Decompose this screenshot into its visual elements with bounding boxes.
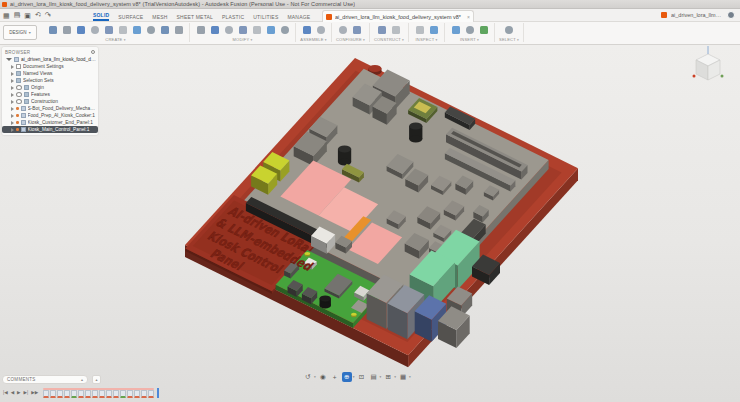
expand-icon[interactable]: [11, 65, 14, 69]
model-scene[interactable]: AI-driven LoRa & LLM-embedded Kiosk Cont…: [0, 45, 740, 402]
ribbon-group-label[interactable]: ASSEMBLE ▾: [300, 37, 326, 42]
ribbon-tool-icon[interactable]: [74, 23, 87, 36]
ribbon-tool-icon[interactable]: [413, 23, 426, 36]
comments-bar[interactable]: COMMENTS ▴: [2, 375, 88, 384]
job-status-icon[interactable]: [661, 12, 667, 18]
browser-root-row[interactable]: ai_driven_lora_llm_kiosk_food_delivery_s…: [2, 56, 98, 63]
timeline-feature-icon[interactable]: [78, 390, 84, 398]
ribbon-group-label[interactable]: INSPECT ▾: [416, 37, 438, 42]
ribbon-tool-icon[interactable]: [502, 23, 515, 36]
viewports-icon[interactable]: ▦: [398, 372, 408, 382]
tab-utilities[interactable]: UTILITIES: [253, 14, 278, 21]
look-at-icon[interactable]: ◉: [318, 372, 328, 382]
redo-icon[interactable]: ↷▾: [45, 11, 51, 20]
timeline-feature-icon[interactable]: [64, 390, 70, 398]
timeline-feature-icon[interactable]: [148, 390, 154, 398]
ribbon-group-label[interactable]: INSERT ▾: [460, 37, 479, 42]
timeline-step-back-icon[interactable]: ◀: [10, 388, 15, 398]
timeline-feature-icon[interactable]: [134, 390, 140, 398]
ribbon-tool-icon[interactable]: [60, 23, 73, 36]
zoom-icon[interactable]: ⊕: [342, 372, 352, 382]
expand-icon[interactable]: [11, 114, 14, 118]
timeline-feature-icon[interactable]: [106, 390, 112, 398]
expand-icon[interactable]: [11, 86, 14, 90]
pan-icon[interactable]: +: [330, 372, 340, 382]
tab-surface[interactable]: SURFACE: [118, 14, 143, 21]
ribbon-tool-icon[interactable]: [194, 23, 207, 36]
file-menu-icon[interactable]: ▤▾: [14, 11, 21, 20]
ribbon-tool-icon[interactable]: [116, 23, 129, 36]
orbit-icon[interactable]: ↺: [303, 372, 313, 382]
fit-icon[interactable]: ⊡: [357, 372, 367, 382]
browser-row-origin[interactable]: Origin: [2, 84, 98, 91]
ribbon-tool-icon[interactable]: [300, 23, 313, 36]
timeline-feature-icon[interactable]: [92, 390, 98, 398]
timeline-feature-icon[interactable]: [127, 390, 133, 398]
ribbon-tool-icon[interactable]: [463, 23, 476, 36]
expand-icon[interactable]: [6, 58, 12, 61]
ribbon-tool-icon[interactable]: [314, 23, 327, 36]
browser-row-component-1[interactable]: S-Bot_Food_Delivery_Mechanism:1: [2, 105, 98, 112]
timeline-feature-icon[interactable]: [50, 390, 56, 398]
expand-icon[interactable]: [11, 128, 14, 132]
ribbon-tool-icon[interactable]: [144, 23, 157, 36]
ribbon-tool-icon[interactable]: [88, 23, 101, 36]
ribbon-tool-icon[interactable]: [427, 23, 440, 36]
expand-icon[interactable]: [11, 79, 14, 83]
eye-icon[interactable]: [16, 85, 22, 90]
ribbon-tool-icon[interactable]: [449, 23, 462, 36]
tab-sheet-metal[interactable]: SHEET METAL: [177, 14, 213, 21]
ribbon-tool-icon[interactable]: [208, 23, 221, 36]
title-bar[interactable]: ai_driven_lora_llm_kiosk_food_delivery_s…: [0, 0, 740, 9]
timeline-go-start-icon[interactable]: |◀: [2, 388, 9, 398]
gear-icon[interactable]: [91, 50, 95, 54]
ribbon-tool-icon[interactable]: [130, 23, 143, 36]
browser-row-component-4-selected[interactable]: Kiosk_Main_Control_Panel:1: [2, 126, 98, 133]
ribbon-group-label[interactable]: SELECT ▾: [499, 37, 519, 42]
expand-icon[interactable]: [11, 72, 14, 76]
tab-mesh[interactable]: MESH: [152, 14, 167, 21]
browser-row-component-2[interactable]: Food_Prep_AI_Kiosk_Cooker:1: [2, 112, 98, 119]
timeline-feature-icon[interactable]: [113, 390, 119, 398]
expand-icon[interactable]: [11, 93, 14, 97]
timeline-play-icon[interactable]: ▶: [16, 388, 21, 398]
browser-row-selection-sets[interactable]: Selection Sets: [2, 77, 98, 84]
timeline-feature-icon[interactable]: [141, 390, 147, 398]
comments-collapse-button[interactable]: ▴: [92, 375, 101, 384]
timeline-feature-icon[interactable]: [57, 390, 63, 398]
ribbon-tool-icon[interactable]: [102, 23, 115, 36]
ribbon-tool-icon[interactable]: [375, 23, 388, 36]
undo-icon[interactable]: ↶▾: [35, 11, 41, 20]
ribbon-tool-icon[interactable]: [236, 23, 249, 36]
timeline-step-forward-icon[interactable]: ▶|: [23, 388, 30, 398]
tab-plastic[interactable]: PLASTIC: [222, 14, 244, 21]
ribbon-tool-icon[interactable]: [264, 23, 277, 36]
display-settings-icon[interactable]: ▤: [369, 372, 379, 382]
close-tab-icon[interactable]: ×: [467, 14, 470, 20]
ribbon-tool-icon[interactable]: [351, 23, 364, 36]
browser-row-features[interactable]: Features: [2, 91, 98, 98]
ribbon-tool-icon[interactable]: [477, 23, 490, 36]
timeline-go-end-icon[interactable]: ▶▶: [30, 388, 39, 398]
ribbon-group-label[interactable]: CONSTRUCT ▾: [374, 37, 404, 42]
timeline-feature-icon[interactable]: [71, 390, 77, 398]
ribbon-tool-icon[interactable]: [222, 23, 235, 36]
document-tab[interactable]: ai_driven_lora_llm_kiosk_food_delivery_s…: [322, 10, 474, 22]
avatar[interactable]: [727, 11, 735, 19]
tab-solid[interactable]: SOLID: [93, 12, 109, 21]
browser-row-document-settings[interactable]: Document Settings: [2, 63, 98, 70]
browser-row-construction[interactable]: Construction: [2, 98, 98, 105]
expand-icon[interactable]: [11, 121, 14, 125]
ribbon-tool-icon[interactable]: [172, 23, 185, 36]
data-panel-icon[interactable]: ▦: [3, 12, 10, 20]
expand-icon[interactable]: [11, 107, 14, 111]
ribbon-tool-icon[interactable]: [46, 23, 59, 36]
ribbon-tool-icon[interactable]: [158, 23, 171, 36]
ribbon-tool-icon[interactable]: [389, 23, 402, 36]
ribbon-tool-icon[interactable]: [250, 23, 263, 36]
ribbon-tool-icon[interactable]: [278, 23, 291, 36]
browser-row-component-3[interactable]: Kiosk_Customer_End_Panel:1: [2, 119, 98, 126]
ribbon-tool-icon[interactable]: [337, 23, 350, 36]
timeline-feature-icon[interactable]: [43, 390, 49, 398]
eye-icon[interactable]: [16, 92, 22, 97]
